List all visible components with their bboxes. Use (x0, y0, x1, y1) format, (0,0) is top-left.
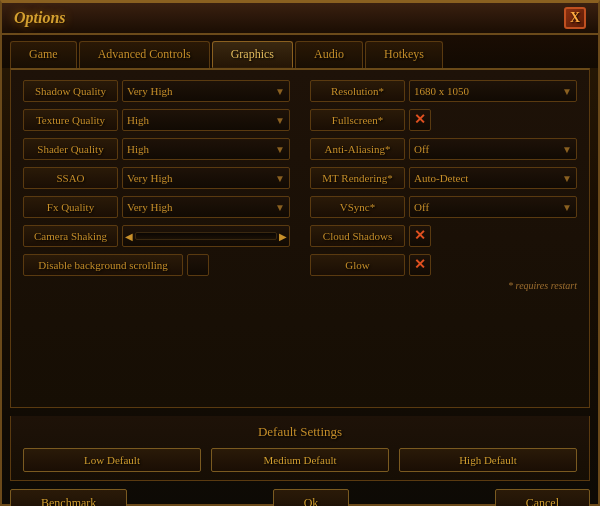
anti-aliasing-label: Anti-Aliasing* (310, 138, 405, 160)
ssao-value: Very High (127, 172, 173, 184)
camera-shaking-label: Camera Shaking (23, 225, 118, 247)
tab-game[interactable]: Game (10, 41, 77, 68)
default-settings-section: Default Settings Low Default Medium Defa… (10, 416, 590, 481)
mt-rendering-label: MT Rendering* (310, 167, 405, 189)
camera-shaking-row: Camera Shaking ◀ ▶ (23, 225, 290, 247)
medium-default-button[interactable]: Medium Default (211, 448, 389, 472)
bottom-buttons-group: Benchmark Ok Cancel (2, 481, 598, 506)
fx-quality-value: Very High (127, 201, 173, 213)
anti-aliasing-dropdown[interactable]: Off ▼ (409, 138, 577, 160)
tab-graphics[interactable]: Graphics (212, 41, 293, 68)
low-default-button[interactable]: Low Default (23, 448, 201, 472)
resolution-arrow: ▼ (562, 86, 572, 97)
vsync-label: VSync* (310, 196, 405, 218)
default-settings-title: Default Settings (23, 424, 577, 440)
close-button[interactable]: X (564, 7, 586, 29)
fx-quality-row: Fx Quality Very High ▼ (23, 196, 290, 218)
texture-quality-row: Texture Quality High ▼ (23, 109, 290, 131)
cancel-button[interactable]: Cancel (495, 489, 590, 506)
benchmark-button[interactable]: Benchmark (10, 489, 127, 506)
fullscreen-check-mark: ✕ (414, 113, 426, 127)
disable-bg-scrolling-label: Disable background scrolling (23, 254, 183, 276)
cloud-shadows-label: Cloud Shadows (310, 225, 405, 247)
anti-aliasing-value: Off (414, 143, 429, 155)
mt-rendering-row: MT Rendering* Auto-Detect ▼ (310, 167, 577, 189)
glow-label: Glow (310, 254, 405, 276)
anti-aliasing-row: Anti-Aliasing* Off ▼ (310, 138, 577, 160)
shadow-quality-value: Very High (127, 85, 173, 97)
vsync-dropdown[interactable]: Off ▼ (409, 196, 577, 218)
disable-bg-scrolling-checkbox[interactable] (187, 254, 209, 276)
glow-row: Glow ✕ (310, 254, 577, 276)
settings-grid: Shadow Quality Very High ▼ Resolution* 1… (23, 80, 577, 276)
shadow-quality-arrow: ▼ (275, 86, 285, 97)
cloud-shadows-check-mark: ✕ (414, 229, 426, 243)
options-window: Options X Game Advanced Controls Graphic… (0, 0, 600, 506)
shadow-quality-dropdown[interactable]: Very High ▼ (122, 80, 290, 102)
shader-quality-row: Shader Quality High ▼ (23, 138, 290, 160)
shader-quality-value: High (127, 143, 149, 155)
fullscreen-row: Fullscreen* ✕ (310, 109, 577, 131)
slider-left-arrow[interactable]: ◀ (125, 231, 133, 242)
slider-right-arrow[interactable]: ▶ (279, 231, 287, 242)
shader-quality-dropdown[interactable]: High ▼ (122, 138, 290, 160)
mt-rendering-dropdown[interactable]: Auto-Detect ▼ (409, 167, 577, 189)
mt-rendering-value: Auto-Detect (414, 172, 468, 184)
resolution-value: 1680 x 1050 (414, 85, 469, 97)
tab-hotkeys[interactable]: Hotkeys (365, 41, 443, 68)
tab-advanced-controls[interactable]: Advanced Controls (79, 41, 210, 68)
resolution-dropdown[interactable]: 1680 x 1050 ▼ (409, 80, 577, 102)
ssao-dropdown[interactable]: Very High ▼ (122, 167, 290, 189)
window-title: Options (14, 9, 66, 27)
shader-quality-arrow: ▼ (275, 144, 285, 155)
texture-quality-dropdown[interactable]: High ▼ (122, 109, 290, 131)
resolution-row: Resolution* 1680 x 1050 ▼ (310, 80, 577, 102)
fx-quality-dropdown[interactable]: Very High ▼ (122, 196, 290, 218)
vsync-arrow: ▼ (562, 202, 572, 213)
ok-button[interactable]: Ok (273, 489, 350, 506)
cloud-shadows-checkbox[interactable]: ✕ (409, 225, 431, 247)
ssao-arrow: ▼ (275, 173, 285, 184)
slider-track (135, 232, 277, 240)
tab-bar: Game Advanced Controls Graphics Audio Ho… (2, 35, 598, 68)
texture-quality-arrow: ▼ (275, 115, 285, 126)
shadow-quality-row: Shadow Quality Very High ▼ (23, 80, 290, 102)
fx-quality-label: Fx Quality (23, 196, 118, 218)
shadow-quality-label: Shadow Quality (23, 80, 118, 102)
texture-quality-value: High (127, 114, 149, 126)
glow-checkbox[interactable]: ✕ (409, 254, 431, 276)
fullscreen-label: Fullscreen* (310, 109, 405, 131)
title-bar: Options X (2, 3, 598, 35)
resolution-label: Resolution* (310, 80, 405, 102)
tab-audio[interactable]: Audio (295, 41, 363, 68)
disable-bg-scrolling-row: Disable background scrolling (23, 254, 290, 276)
fx-quality-arrow: ▼ (275, 202, 285, 213)
ssao-row: SSAO Very High ▼ (23, 167, 290, 189)
texture-quality-label: Texture Quality (23, 109, 118, 131)
fullscreen-checkbox[interactable]: ✕ (409, 109, 431, 131)
vsync-row: VSync* Off ▼ (310, 196, 577, 218)
vsync-value: Off (414, 201, 429, 213)
graphics-tab-content: Shadow Quality Very High ▼ Resolution* 1… (10, 68, 590, 408)
mt-rendering-arrow: ▼ (562, 173, 572, 184)
cloud-shadows-row: Cloud Shadows ✕ (310, 225, 577, 247)
camera-shaking-slider[interactable]: ◀ ▶ (122, 225, 290, 247)
ssao-label: SSAO (23, 167, 118, 189)
high-default-button[interactable]: High Default (399, 448, 577, 472)
requires-restart-note: * requires restart (23, 280, 577, 291)
default-buttons-group: Low Default Medium Default High Default (23, 448, 577, 472)
glow-check-mark: ✕ (414, 258, 426, 272)
anti-aliasing-arrow: ▼ (562, 144, 572, 155)
shader-quality-label: Shader Quality (23, 138, 118, 160)
